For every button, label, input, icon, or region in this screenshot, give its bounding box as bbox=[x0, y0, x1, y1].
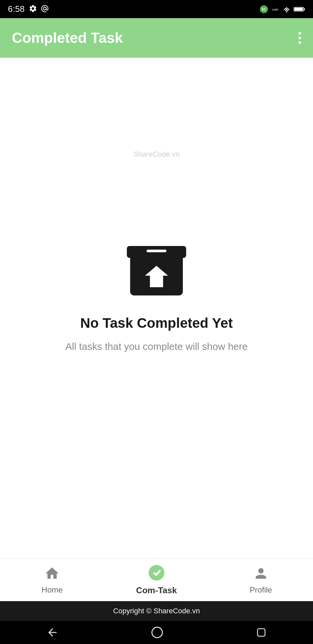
check-circle-icon bbox=[148, 564, 165, 583]
empty-state: No Task Completed Yet All tasks that you… bbox=[65, 236, 248, 354]
menu-dot-1 bbox=[299, 32, 301, 35]
gear-icon bbox=[29, 4, 37, 14]
svg-point-5 bbox=[286, 11, 287, 13]
home-button[interactable] bbox=[151, 626, 163, 639]
status-time: 6:58 bbox=[8, 4, 25, 14]
at-sign-icon bbox=[41, 4, 49, 14]
nav-home-label: Home bbox=[42, 585, 63, 595]
recents-button[interactable] bbox=[256, 627, 267, 638]
svg-text:code: code bbox=[272, 8, 278, 11]
nav-item-com-task[interactable]: Com-Task bbox=[104, 559, 209, 601]
archive-download-icon bbox=[124, 236, 189, 302]
system-nav-bar bbox=[0, 621, 313, 644]
footer: Copyright © ShareCode.vn bbox=[0, 601, 313, 621]
svg-text:SC: SC bbox=[262, 8, 266, 11]
more-vert-icon[interactable] bbox=[299, 32, 301, 44]
home-icon bbox=[44, 566, 60, 583]
wifi-icon bbox=[282, 6, 292, 13]
bottom-nav: Home Com-Task Profile bbox=[0, 558, 313, 601]
svg-point-13 bbox=[149, 565, 164, 581]
svg-point-14 bbox=[152, 627, 162, 638]
svg-rect-8 bbox=[295, 8, 303, 11]
battery-icon bbox=[294, 6, 305, 13]
home-circle-icon bbox=[151, 626, 163, 639]
recents-icon bbox=[256, 627, 267, 638]
status-bar-left: 6:58 bbox=[8, 4, 49, 14]
status-bar-right: SC code bbox=[260, 4, 305, 14]
nav-com-task-label: Com-Task bbox=[136, 585, 177, 596]
svg-rect-11 bbox=[147, 250, 166, 252]
app-bar-title: Completed Task bbox=[12, 30, 123, 46]
app-bar: Completed Task bbox=[0, 18, 313, 58]
nav-item-home[interactable]: Home bbox=[0, 559, 104, 601]
status-bar: 6:58 SC code bbox=[0, 0, 313, 18]
status-icons bbox=[29, 4, 49, 14]
back-button[interactable] bbox=[46, 626, 59, 639]
nav-item-profile[interactable]: Profile bbox=[209, 559, 313, 601]
menu-dot-2 bbox=[299, 37, 301, 39]
nav-profile-label: Profile bbox=[250, 585, 272, 595]
back-arrow-icon bbox=[46, 626, 59, 639]
svg-rect-7 bbox=[304, 8, 305, 10]
empty-state-subtitle: All tasks that you complete will show he… bbox=[65, 339, 248, 354]
main-content: ShareCode.vn No Task Completed Yet All t… bbox=[0, 58, 313, 558]
sharecode-logo: SC code bbox=[260, 4, 280, 14]
watermark: ShareCode.vn bbox=[133, 150, 180, 159]
svg-rect-15 bbox=[258, 629, 265, 636]
svg-marker-4 bbox=[285, 9, 288, 11]
empty-state-title: No Task Completed Yet bbox=[80, 315, 233, 331]
menu-dot-3 bbox=[299, 41, 301, 44]
footer-text: Copyright © ShareCode.vn bbox=[113, 607, 200, 615]
person-icon bbox=[253, 566, 269, 583]
